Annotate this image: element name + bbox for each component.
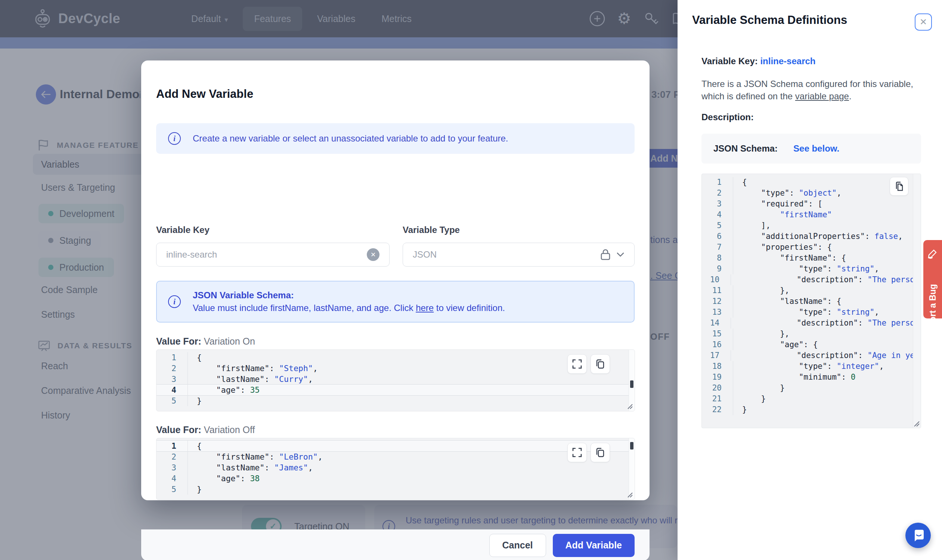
code-line: 1{ [157, 352, 635, 363]
line-number: 14 [702, 318, 731, 329]
line-number: 8 [702, 253, 733, 263]
variable-key-label: Variable Key [156, 225, 210, 235]
line-number: 2 [157, 451, 188, 462]
code-line: 7 "properties": { [702, 242, 921, 253]
code-line: 9 "type": "string", [702, 263, 921, 274]
close-panel-button[interactable]: ✕ [915, 14, 932, 31]
variable-type-select[interactable]: JSON [402, 243, 635, 266]
add-new-variable-modal: Add New Variable i Create a new variable… [141, 60, 649, 500]
line-number: 2 [702, 188, 733, 198]
json-schema-label: JSON Schema: [714, 143, 778, 154]
variable-key-link[interactable]: inline-search [760, 56, 816, 66]
code-line: 8 "firstName": { [702, 253, 921, 263]
code-line: 4 "firstName" [702, 209, 921, 220]
modal-footer: Cancel Add Variable [141, 529, 649, 560]
report-a-bug-tab[interactable]: Report a Bug [923, 240, 942, 318]
variable-type-value: JSON [413, 249, 436, 260]
modal-info-banner: i Create a new variable or select an una… [156, 123, 635, 154]
line-number: 15 [702, 329, 733, 339]
copy-editor-button[interactable] [590, 443, 610, 462]
lock-icon [600, 248, 611, 261]
variable-schema-definitions-panel: Variable Schema Definitions ✕ Variable K… [678, 0, 942, 560]
scrollbar-thumb[interactable] [630, 380, 634, 388]
info-icon: i [168, 295, 181, 308]
chat-widget-button[interactable] [905, 523, 931, 548]
line-number: 13 [702, 307, 733, 318]
line-number: 18 [702, 361, 733, 372]
code-line: 1{ [702, 177, 921, 188]
line-number: 4 [157, 385, 188, 395]
panel-title: Variable Schema Definitions [692, 14, 847, 27]
resize-grip-icon[interactable] [626, 403, 633, 409]
line-number: 4 [157, 473, 188, 484]
clear-input-icon[interactable]: ✕ [367, 248, 379, 261]
code-line: 2 "type": "object", [702, 188, 921, 198]
variation-off-json-editor[interactable]: 1{2 "firstName": "LeBron",3 "lastName": … [156, 438, 635, 500]
line-number: 7 [702, 242, 733, 253]
code-line: 16 "age": { [702, 339, 921, 350]
scrollbar-thumb[interactable] [630, 442, 634, 449]
variation-on-json-editor[interactable]: 1{2 "firstName": "Steph",3 "lastName": "… [156, 349, 635, 411]
json-schema-notice: i JSON Variable Schema: Value must inclu… [156, 281, 635, 323]
value-for-variation-off-label: Value For: Variation Off [156, 425, 255, 435]
code-line: 5 ], [702, 220, 921, 231]
schema-notice-title: JSON Variable Schema: [193, 290, 505, 300]
json-schema-row: JSON Schema: See below. [701, 134, 921, 163]
expand-editor-button[interactable] [567, 443, 587, 462]
panel-variable-key: Variable Key: inline-search [701, 56, 816, 66]
schema-here-link[interactable]: here [416, 303, 434, 313]
scrollbar-track[interactable] [913, 174, 921, 428]
line-number: 17 [702, 350, 731, 361]
line-number: 1 [702, 177, 733, 188]
add-variable-button[interactable]: Add Variable [553, 534, 635, 557]
scrollbar-track[interactable] [629, 438, 635, 500]
close-icon: ✕ [920, 17, 927, 27]
line-number: 1 [157, 352, 188, 363]
expand-icon [573, 360, 581, 368]
code-line: 18 "type": "integer", [702, 361, 921, 372]
modal-info-banner-text: Create a new variable or select an unass… [193, 133, 508, 144]
variable-page-link[interactable]: variable page [795, 91, 849, 101]
expand-editor-button[interactable] [567, 354, 587, 374]
code-line: 19 "minimum": 0 [702, 372, 921, 383]
see-below-link[interactable]: See below. [793, 143, 839, 154]
code-line: 2 "firstName": "LeBron", [157, 451, 635, 462]
line-number: 3 [157, 374, 188, 385]
resize-grip-icon[interactable] [913, 420, 920, 427]
line-number: 3 [702, 198, 733, 209]
scrollbar-track[interactable] [629, 350, 635, 411]
line-number: 11 [702, 285, 733, 296]
code-line: 6 "additionalProperties": false, [702, 231, 921, 242]
panel-description-paragraph: There is a JSON Schema configured for th… [701, 78, 925, 102]
code-line: 13 "type": "string", [702, 307, 921, 318]
line-number: 12 [702, 296, 733, 307]
code-line: 3 "lastName": "James", [157, 462, 635, 473]
variable-key-input[interactable]: inline-search ✕ [156, 243, 390, 266]
json-schema-code-block[interactable]: 1{2 "type": "object",3 "required": [4 "f… [701, 174, 921, 428]
line-number: 21 [702, 394, 733, 404]
code-line: 5} [157, 484, 635, 495]
line-number: 5 [157, 395, 188, 406]
line-number: 3 [157, 462, 188, 473]
schema-notice-body: Value must include firstName, lastName, … [193, 303, 505, 313]
cancel-button[interactable]: Cancel [489, 534, 546, 557]
app-root: DevCycle Default▾ Features Variables Met… [0, 0, 942, 560]
chat-bubble-icon [911, 529, 925, 542]
code-line: 4 "age": 35 [157, 385, 635, 395]
line-number: 19 [702, 372, 733, 383]
code-line: 3 "lastName": "Curry", [157, 374, 635, 385]
line-number: 10 [702, 274, 731, 285]
code-line: 3 "required": [ [702, 198, 921, 209]
code-line: 22} [702, 404, 921, 415]
chevron-down-icon [616, 252, 624, 257]
line-number: 5 [157, 484, 188, 495]
resize-grip-icon[interactable] [626, 491, 633, 498]
line-number: 9 [702, 263, 733, 274]
copy-schema-button[interactable] [890, 177, 908, 195]
line-number: 20 [702, 383, 733, 394]
copy-editor-button[interactable] [590, 354, 610, 374]
copy-icon [597, 448, 604, 457]
code-line: 14 "description": "The person's la [702, 318, 921, 329]
report-a-bug-label: Report a Bug [928, 284, 938, 338]
value-for-variation-on-label: Value For: Variation On [156, 336, 255, 347]
